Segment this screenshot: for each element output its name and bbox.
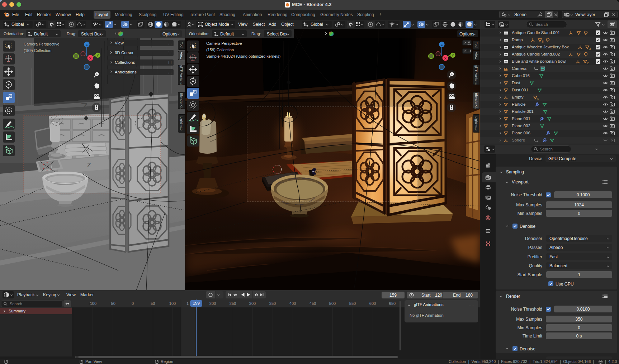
svg-text:Z: Z xyxy=(441,43,443,47)
svg-text:X: X xyxy=(444,56,446,60)
svg-text:X: X xyxy=(89,56,91,60)
svg-text:Z: Z xyxy=(87,162,91,169)
svg-text:Y: Y xyxy=(452,53,454,57)
svg-text:Z: Z xyxy=(81,101,88,114)
svg-text:Z: Z xyxy=(86,43,88,47)
svg-text:Y: Y xyxy=(96,53,99,57)
